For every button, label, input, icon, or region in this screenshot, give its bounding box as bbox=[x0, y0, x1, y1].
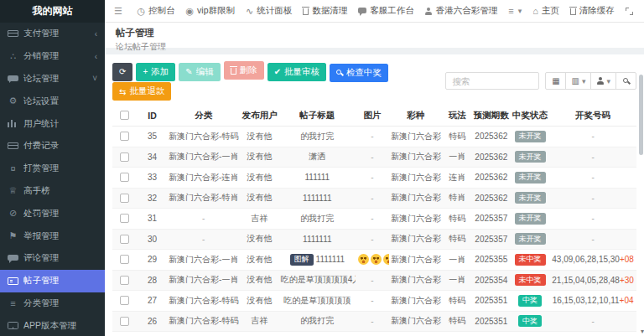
refresh-button[interactable]: ⟳ bbox=[112, 63, 132, 81]
batch-audit-button[interactable]: ✔批量审核 bbox=[267, 63, 326, 81]
cell-user: 没有他 bbox=[240, 188, 278, 209]
table-header-row: ID分类发布用户帖子标题图片彩种玩法预测期数中奖状态开奖号码 bbox=[112, 105, 636, 127]
user-menu-button[interactable]: ▾ bbox=[590, 72, 616, 90]
cell-images[interactable] bbox=[356, 250, 389, 271]
row-checkbox[interactable] bbox=[120, 173, 129, 182]
cell-status: 中奖 bbox=[511, 291, 549, 312]
fullscreen-icon bbox=[626, 8, 633, 15]
nav-item-label: 香港六合彩管理 bbox=[436, 5, 498, 17]
check-winning-button[interactable]: 检查中奖 bbox=[330, 64, 388, 82]
cell-period: 2025351 bbox=[472, 332, 511, 336]
nav-item-fullscreen[interactable] bbox=[620, 0, 638, 22]
nav-item-vip-group-limit[interactable]: ◉vip群限制 bbox=[180, 0, 241, 22]
sidebar-item-payment[interactable]: 支付管理‹ bbox=[0, 23, 105, 45]
sidebar-item-comments[interactable]: 评论管理 bbox=[0, 247, 105, 270]
edit-button[interactable]: ✎编辑 bbox=[179, 63, 220, 81]
columns-icon: ▥ bbox=[571, 76, 579, 85]
nav-item-service-desk[interactable]: 客服工作台 bbox=[353, 0, 420, 22]
sidebar-item-reports[interactable]: ⚑举报管理 bbox=[0, 225, 105, 247]
chevron-down-icon: ˅ bbox=[92, 74, 97, 83]
cell-id: 32 bbox=[138, 188, 167, 209]
row-checkbox[interactable] bbox=[120, 235, 129, 244]
refresh-icon: ⟳ bbox=[119, 67, 126, 76]
select-all-checkbox[interactable] bbox=[120, 111, 129, 120]
nav-item-data-clean[interactable]: 数据清理 bbox=[298, 0, 353, 22]
table-row[interactable]: 33新澳门六合彩-连肖没有他111111-新澳门六合彩连肖2025362未开奖- bbox=[112, 168, 636, 189]
columns-toggle-button[interactable]: ▥▾ bbox=[565, 72, 591, 90]
row-checkbox[interactable] bbox=[120, 132, 129, 141]
cell-play: 特肖 bbox=[443, 188, 472, 209]
row-checkbox[interactable] bbox=[120, 276, 129, 285]
table-row[interactable]: 35新澳门六合彩-特码没有他的我打完-新澳门六合彩特码2025362未开奖- bbox=[112, 127, 636, 147]
cell-images: - bbox=[356, 127, 389, 147]
sidebar-item-leaderboard[interactable]: ♕高手榜 bbox=[0, 180, 105, 203]
posts-table: ID分类发布用户帖子标题图片彩种玩法预测期数中奖状态开奖号码 35新澳门六合彩-… bbox=[112, 105, 636, 336]
cell-category: - bbox=[167, 229, 241, 250]
table-row[interactable]: 29新澳门六合彩-一肖没有他图解1111111新澳门六合彩一肖2025355未中… bbox=[112, 250, 636, 271]
column-header: 图片 bbox=[356, 105, 389, 127]
row-checkbox[interactable] bbox=[120, 255, 129, 264]
add-button[interactable]: +添加 bbox=[136, 63, 175, 81]
table-row[interactable]: 26新澳门六合彩-特码吉祥的我打完-新澳门六合彩特码2025351中奖- bbox=[112, 311, 636, 332]
table-row[interactable]: 34新澳门六合彩-一肖没有他潇洒-新澳门六合彩一肖2025362未开奖- bbox=[112, 147, 636, 168]
row-checkbox[interactable] bbox=[120, 214, 129, 223]
column-header: 预测期数 bbox=[472, 105, 511, 127]
nav-item-home[interactable]: ⌂主页 bbox=[527, 0, 565, 22]
scrollbar[interactable] bbox=[639, 75, 643, 155]
table-row[interactable]: 27新澳门六合彩-特码没有他吃的是草顶顶顶顶-新澳门六合彩特码2025351中奖… bbox=[112, 291, 636, 312]
delete-button[interactable]: 删除 bbox=[224, 61, 264, 80]
sidebar-item-label: 举报管理 bbox=[23, 230, 59, 242]
search-input[interactable] bbox=[445, 72, 539, 90]
table-row[interactable]: 28新澳门六合彩-一肖没有他吃的是草顶顶顶顶4入-新澳门六合彩一肖2025354… bbox=[112, 270, 636, 291]
sidebar-item-forum[interactable]: 论坛管理˅ bbox=[0, 68, 105, 90]
sidebar-item-label: 论坛设置 bbox=[23, 96, 59, 107]
cell-play: 特码 bbox=[443, 291, 472, 312]
sidebar-item-reward[interactable]: ¤打赏管理 bbox=[0, 158, 105, 180]
table-view-button[interactable]: ▦ bbox=[545, 72, 566, 90]
table-row[interactable]: 31-吉祥的我打完-新澳门六合彩特码2025357未开奖- bbox=[112, 209, 636, 230]
table-row[interactable]: 25香港六合彩-特码吉祥都市传说-新澳门六合彩特码2025351中奖- bbox=[112, 332, 636, 336]
chevron-left-icon: ‹ bbox=[95, 52, 97, 61]
cell-status: 未中奖 bbox=[511, 270, 549, 291]
menu-toggle[interactable]: ☰ bbox=[105, 0, 132, 22]
table-row[interactable]: 30-没有他1111111-新澳门六合彩特码2025357未开奖- bbox=[112, 229, 636, 250]
sidebar-item-posts[interactable]: 帖子管理 bbox=[0, 270, 105, 292]
cell-numbers: - bbox=[549, 311, 636, 332]
cell-lottery: 新澳门六合彩 bbox=[389, 332, 443, 336]
sidebar-item-label: 支付管理 bbox=[23, 28, 59, 39]
sidebar-item-distribution[interactable]: ∴分销管理‹ bbox=[0, 45, 105, 68]
nav-item-admin[interactable]: Admin bbox=[638, 0, 644, 22]
sidebar-item-user-stats[interactable]: 用户统计 bbox=[0, 112, 105, 135]
row-checkbox[interactable] bbox=[120, 152, 129, 162]
batch-refund-button[interactable]: ⇆批量退款 bbox=[112, 82, 171, 101]
scroll-down-icon[interactable]: ▾ bbox=[641, 328, 644, 335]
cell-numbers: - bbox=[549, 147, 636, 168]
caret-down-icon: ▾ bbox=[518, 7, 522, 15]
sidebar-item-punishment[interactable]: ⊘处罚管理 bbox=[0, 202, 105, 225]
nav-item-hk-lottery-manage[interactable]: 香港六合彩管理 bbox=[419, 0, 503, 22]
sidebar-item-categories[interactable]: ≡分类管理 bbox=[0, 292, 105, 315]
mobile-icon bbox=[8, 322, 18, 329]
cell-images: - bbox=[356, 209, 389, 230]
caret-down-icon: ▾ bbox=[582, 77, 586, 85]
status-badge: 未中奖 bbox=[515, 254, 546, 266]
sidebar-item-forum-settings[interactable]: ⚙论坛设置 bbox=[0, 90, 105, 112]
nav-item-menu-list-toggle[interactable]: ≡▾ bbox=[503, 0, 527, 22]
sidebar-item-app-version[interactable]: APP版本管理 bbox=[0, 314, 105, 336]
table-panel: ⟳+添加✎编辑删除✔批量审核检查中奖⇆批量退款 ▦▥▾▾ ID分类发布用户帖子标… bbox=[105, 54, 644, 336]
cell-play: 特码 bbox=[443, 332, 472, 336]
row-checkbox[interactable] bbox=[120, 296, 129, 305]
table-row[interactable]: 32新澳门六合彩-特肖没有他1111111-新澳门六合彩特肖2025362未开奖… bbox=[112, 188, 636, 209]
row-checkbox[interactable] bbox=[120, 194, 129, 203]
cell-numbers: - bbox=[549, 332, 636, 336]
nav-item-console[interactable]: ◷控制台 bbox=[132, 0, 180, 22]
sidebar-item-pay-records[interactable]: 付费记录 bbox=[0, 135, 105, 158]
cell-id: 27 bbox=[138, 291, 167, 312]
list-icon: ≡ bbox=[8, 298, 18, 308]
button-label: 编辑 bbox=[196, 66, 214, 78]
draw-special-number: +04 bbox=[620, 296, 634, 305]
do-search-button[interactable] bbox=[615, 72, 636, 90]
row-checkbox[interactable] bbox=[120, 317, 129, 326]
nav-item-clear-cache[interactable]: 清除缓存 bbox=[564, 0, 620, 22]
nav-item-stats-panel[interactable]: ∿统计面板 bbox=[241, 0, 298, 22]
